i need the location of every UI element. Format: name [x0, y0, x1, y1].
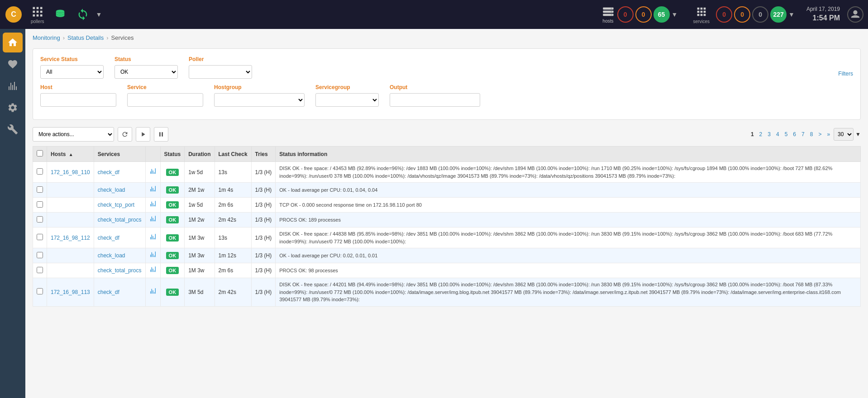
row-service[interactable]: check_load [94, 183, 145, 198]
hostgroup-select[interactable] [214, 93, 305, 107]
row-checkbox[interactable] [37, 288, 43, 294]
row-service[interactable]: check_total_procs [94, 263, 145, 278]
app-logo[interactable]: C [5, 5, 23, 24]
chart-icon[interactable] [149, 267, 157, 275]
main-layout: Monitoring › Status Details › Services S… [0, 29, 868, 398]
more-actions-select[interactable]: More actions... [33, 127, 114, 142]
page-6[interactable]: 6 [791, 130, 798, 138]
row-chart-cell[interactable] [145, 248, 160, 263]
chart-icon[interactable] [149, 289, 157, 296]
row-chart-cell[interactable] [145, 162, 160, 183]
service-input[interactable] [127, 93, 203, 107]
filters-link[interactable]: Filters [838, 71, 853, 79]
row-chart-cell[interactable] [145, 263, 160, 278]
play-button[interactable] [136, 127, 150, 142]
sidebar-item-home[interactable] [3, 33, 23, 52]
status-badge: OK [166, 234, 179, 242]
service-status-select[interactable]: All [40, 65, 104, 79]
row-checkbox[interactable] [37, 267, 43, 273]
hosts-nav-item[interactable]: hosts [602, 6, 615, 24]
page-2[interactable]: 2 [758, 130, 764, 138]
page-size-select[interactable]: 30 [834, 128, 854, 141]
pollers-nav-item[interactable]: pollers [27, 4, 48, 26]
row-checkbox[interactable] [37, 201, 43, 208]
row-checkbox[interactable] [37, 216, 43, 223]
servicegroup-label: Servicegroup [315, 84, 379, 90]
page-1[interactable]: 1 [749, 130, 756, 138]
page-next[interactable]: > [816, 130, 823, 138]
chart-icon[interactable] [149, 169, 157, 176]
row-chart-cell[interactable] [145, 213, 160, 227]
services-nav-item[interactable]: services [689, 4, 713, 26]
hosts-badge-down[interactable]: 0 [617, 6, 634, 23]
chart-icon[interactable] [149, 234, 157, 242]
sidebar-item-tools[interactable] [3, 119, 23, 139]
servicegroup-select[interactable] [315, 93, 379, 107]
poller-select[interactable] [189, 65, 252, 79]
page-4[interactable]: 4 [774, 130, 781, 138]
row-service[interactable]: check_df [94, 278, 145, 307]
row-service[interactable]: check_total_procs [94, 213, 145, 227]
sync-nav-item[interactable] [73, 6, 93, 23]
host-input[interactable] [40, 93, 116, 107]
row-checkbox[interactable] [37, 234, 43, 240]
row-service[interactable]: check_load [94, 248, 145, 263]
services-badge-ok[interactable]: 227 [770, 6, 787, 23]
sidebar-item-settings[interactable] [3, 98, 23, 118]
breadcrumb-monitoring[interactable]: Monitoring [33, 34, 60, 41]
row-checkbox[interactable] [37, 186, 43, 193]
row-checkbox[interactable] [37, 252, 43, 258]
sidebar-item-graphs[interactable] [3, 76, 23, 96]
col-hosts[interactable]: Hosts ▲ [47, 147, 94, 162]
page-3[interactable]: 3 [766, 130, 773, 138]
host-filter: Host [40, 84, 116, 107]
db-nav-item[interactable] [50, 6, 70, 23]
services-badge-unknown[interactable]: 0 [752, 6, 768, 23]
col-last-check[interactable]: Last Check [215, 147, 251, 162]
services-badges-dropdown[interactable]: ▼ [788, 11, 795, 18]
chart-icon[interactable] [149, 186, 157, 194]
logo-circle: C [5, 6, 22, 23]
services-badge-warning[interactable]: 0 [734, 6, 750, 23]
user-profile-button[interactable] [847, 6, 863, 23]
page-5[interactable]: 5 [783, 130, 790, 138]
col-status-info[interactable]: Status information [276, 147, 861, 162]
services-badge-critical[interactable]: 0 [716, 6, 732, 23]
breadcrumb-current: Services [111, 34, 134, 41]
row-service[interactable]: check_df [94, 162, 145, 183]
page-size-dropdown-arrow[interactable]: ▼ [855, 131, 861, 137]
row-chart-cell[interactable] [145, 183, 160, 198]
hosts-badge-unreachable[interactable]: 0 [635, 6, 652, 23]
pollers-dropdown-arrow[interactable]: ▼ [95, 11, 102, 18]
svg-rect-8 [40, 14, 43, 16]
status-filter: Status OK [114, 56, 178, 79]
row-chart-cell[interactable] [145, 227, 160, 248]
sidebar-item-monitoring[interactable] [3, 54, 23, 74]
row-chart-cell[interactable] [145, 278, 160, 307]
page-last[interactable]: » [825, 130, 832, 138]
page-8[interactable]: 8 [808, 130, 815, 138]
row-last-check: 1m 4s [215, 183, 251, 198]
row-service[interactable]: check_tcp_port [94, 198, 145, 213]
hosts-badges-dropdown[interactable]: ▼ [672, 11, 678, 18]
chart-icon[interactable] [149, 252, 157, 260]
status-badge: OK [166, 216, 179, 223]
page-7[interactable]: 7 [800, 130, 806, 138]
status-select[interactable]: OK [114, 65, 178, 79]
chart-icon[interactable] [149, 216, 157, 224]
chart-icon[interactable] [149, 201, 157, 209]
pause-button[interactable] [154, 127, 168, 142]
row-status-info: PROCS OK: 189 processes [276, 213, 861, 227]
col-services[interactable]: Services [94, 147, 145, 162]
row-checkbox[interactable] [37, 168, 43, 175]
hosts-badge-up[interactable]: 65 [653, 6, 670, 23]
refresh-button[interactable] [118, 127, 132, 142]
col-tries[interactable]: Tries [251, 147, 276, 162]
output-input[interactable] [390, 93, 480, 107]
col-status[interactable]: Status [160, 147, 185, 162]
select-all-checkbox[interactable] [37, 150, 43, 156]
row-service[interactable]: check_df [94, 227, 145, 248]
col-duration[interactable]: Duration [185, 147, 215, 162]
row-chart-cell[interactable] [145, 198, 160, 213]
breadcrumb-status-details[interactable]: Status Details [67, 34, 104, 41]
